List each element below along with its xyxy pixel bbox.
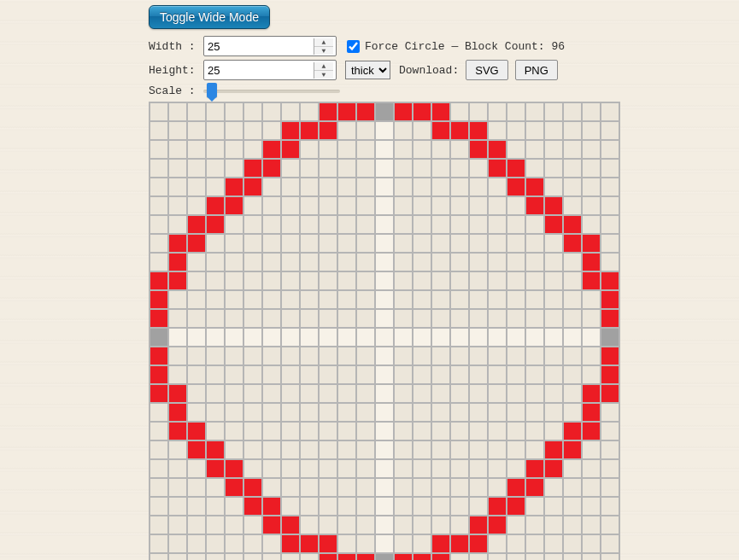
- grid-cell[interactable]: [319, 384, 337, 403]
- grid-cell[interactable]: [563, 196, 582, 215]
- grid-cell[interactable]: [150, 403, 168, 422]
- grid-cell[interactable]: [262, 215, 281, 234]
- grid-cell[interactable]: [431, 403, 450, 422]
- grid-cell[interactable]: [394, 516, 413, 534]
- grid-cell[interactable]: [150, 440, 168, 459]
- grid-cell[interactable]: [413, 365, 431, 384]
- grid-cell[interactable]: [262, 271, 281, 290]
- grid-cell[interactable]: [507, 102, 525, 121]
- grid-cell[interactable]: [150, 459, 168, 478]
- grid-cell[interactable]: [413, 121, 431, 140]
- grid-cell[interactable]: [582, 365, 601, 384]
- grid-cell[interactable]: [601, 553, 619, 560]
- grid-cell[interactable]: [206, 178, 225, 196]
- grid-cell[interactable]: [225, 102, 243, 121]
- grid-cell[interactable]: [319, 215, 337, 234]
- grid-cell[interactable]: [413, 215, 431, 234]
- toggle-wide-mode-button[interactable]: Toggle Wide Mode: [149, 5, 270, 29]
- grid-cell[interactable]: [469, 347, 488, 365]
- grid-cell[interactable]: [187, 253, 206, 271]
- pixel-grid[interactable]: [149, 102, 620, 560]
- grid-cell[interactable]: [469, 497, 488, 516]
- grid-cell[interactable]: [544, 121, 563, 140]
- grid-cell[interactable]: [206, 215, 225, 234]
- grid-cell[interactable]: [601, 365, 619, 384]
- grid-cell[interactable]: [488, 215, 507, 234]
- grid-cell[interactable]: [187, 290, 206, 309]
- grid-cell[interactable]: [375, 403, 394, 422]
- grid-cell[interactable]: [300, 422, 319, 440]
- grid-cell[interactable]: [225, 459, 243, 478]
- grid-cell[interactable]: [563, 534, 582, 553]
- grid-cell[interactable]: [450, 121, 469, 140]
- grid-cell[interactable]: [488, 384, 507, 403]
- grid-cell[interactable]: [300, 534, 319, 553]
- grid-cell[interactable]: [356, 459, 375, 478]
- grid-cell[interactable]: [469, 365, 488, 384]
- grid-cell[interactable]: [337, 290, 356, 309]
- grid-cell[interactable]: [262, 403, 281, 422]
- grid-cell[interactable]: [394, 459, 413, 478]
- grid-cell[interactable]: [601, 422, 619, 440]
- grid-cell[interactable]: [525, 121, 544, 140]
- grid-cell[interactable]: [488, 102, 507, 121]
- grid-cell[interactable]: [356, 534, 375, 553]
- grid-cell[interactable]: [262, 440, 281, 459]
- grid-cell[interactable]: [488, 347, 507, 365]
- grid-cell[interactable]: [394, 309, 413, 328]
- grid-cell[interactable]: [281, 309, 300, 328]
- grid-cell[interactable]: [187, 159, 206, 178]
- grid-cell[interactable]: [394, 140, 413, 159]
- grid-cell[interactable]: [243, 516, 262, 534]
- grid-cell[interactable]: [243, 497, 262, 516]
- grid-cell[interactable]: [413, 140, 431, 159]
- grid-cell[interactable]: [243, 459, 262, 478]
- grid-cell[interactable]: [262, 102, 281, 121]
- grid-cell[interactable]: [563, 422, 582, 440]
- grid-cell[interactable]: [356, 234, 375, 253]
- grid-cell[interactable]: [262, 159, 281, 178]
- grid-cell[interactable]: [450, 516, 469, 534]
- grid-cell[interactable]: [356, 365, 375, 384]
- grid-cell[interactable]: [450, 497, 469, 516]
- grid-cell[interactable]: [601, 478, 619, 497]
- grid-cell[interactable]: [206, 384, 225, 403]
- grid-cell[interactable]: [525, 440, 544, 459]
- grid-cell[interactable]: [206, 422, 225, 440]
- grid-cell[interactable]: [281, 215, 300, 234]
- thickness-select[interactable]: thick: [345, 61, 390, 79]
- grid-cell[interactable]: [525, 196, 544, 215]
- grid-cell[interactable]: [394, 102, 413, 121]
- grid-cell[interactable]: [394, 403, 413, 422]
- grid-cell[interactable]: [319, 178, 337, 196]
- grid-cell[interactable]: [356, 215, 375, 234]
- grid-cell[interactable]: [450, 422, 469, 440]
- grid-cell[interactable]: [450, 534, 469, 553]
- grid-cell[interactable]: [187, 440, 206, 459]
- grid-cell[interactable]: [413, 516, 431, 534]
- grid-cell[interactable]: [507, 253, 525, 271]
- grid-cell[interactable]: [601, 403, 619, 422]
- grid-cell[interactable]: [413, 440, 431, 459]
- download-png-button[interactable]: PNG: [515, 60, 558, 80]
- grid-cell[interactable]: [243, 328, 262, 347]
- grid-cell[interactable]: [394, 497, 413, 516]
- grid-cell[interactable]: [243, 478, 262, 497]
- grid-cell[interactable]: [507, 140, 525, 159]
- grid-cell[interactable]: [168, 121, 187, 140]
- grid-cell[interactable]: [450, 553, 469, 560]
- grid-cell[interactable]: [319, 478, 337, 497]
- grid-cell[interactable]: [168, 347, 187, 365]
- grid-cell[interactable]: [544, 178, 563, 196]
- grid-cell[interactable]: [431, 253, 450, 271]
- grid-cell[interactable]: [582, 497, 601, 516]
- grid-cell[interactable]: [150, 309, 168, 328]
- grid-cell[interactable]: [544, 140, 563, 159]
- grid-cell[interactable]: [356, 497, 375, 516]
- grid-cell[interactable]: [394, 196, 413, 215]
- grid-cell[interactable]: [281, 290, 300, 309]
- grid-cell[interactable]: [300, 365, 319, 384]
- grid-cell[interactable]: [356, 253, 375, 271]
- grid-cell[interactable]: [488, 422, 507, 440]
- grid-cell[interactable]: [225, 121, 243, 140]
